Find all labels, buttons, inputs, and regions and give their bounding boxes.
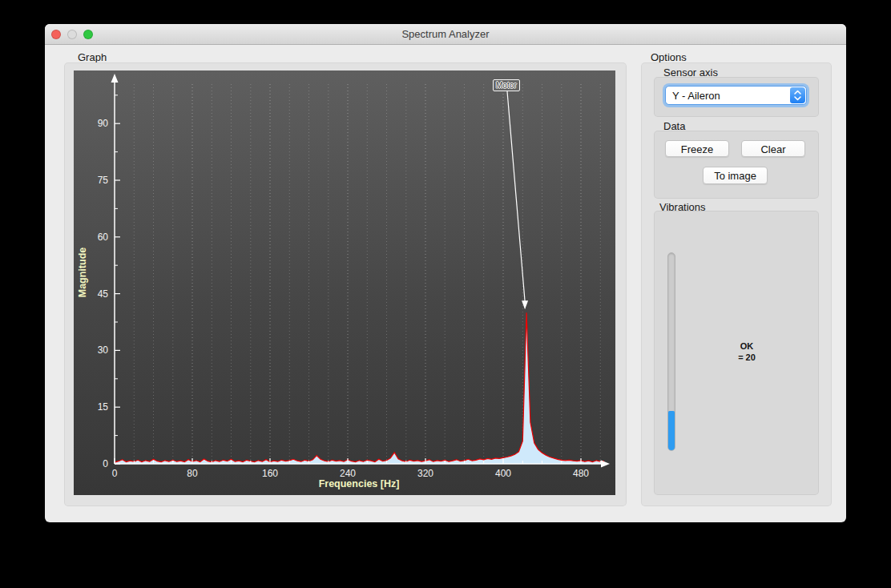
svg-text:90: 90 bbox=[98, 118, 109, 129]
svg-text:15: 15 bbox=[98, 401, 109, 413]
svg-text:75: 75 bbox=[98, 175, 109, 186]
vibration-level-bar[interactable] bbox=[667, 252, 675, 451]
spectrum-chart-svg: 0153045607590080160240320400480Magnitude… bbox=[74, 70, 615, 495]
options-group-label: Options bbox=[651, 51, 687, 63]
freeze-button[interactable]: Freeze bbox=[665, 140, 729, 157]
vibration-level-fill bbox=[668, 411, 675, 450]
window-title: Spectrum Analyzer bbox=[45, 28, 846, 40]
spectrum-plot: 0153045607590080160240320400480Magnitude… bbox=[74, 70, 615, 495]
vibration-status-value: = 20 bbox=[699, 352, 795, 363]
svg-text:80: 80 bbox=[187, 468, 198, 479]
to-image-button[interactable]: To image bbox=[703, 167, 768, 184]
svg-text:160: 160 bbox=[262, 468, 278, 479]
chevron-up-down-icon[interactable] bbox=[790, 87, 805, 103]
svg-text:Frequencies [Hz]: Frequencies [Hz] bbox=[319, 478, 400, 489]
desktop-background: Spectrum Analyzer Graph 0153045607590080… bbox=[0, 0, 891, 588]
svg-text:0: 0 bbox=[103, 458, 108, 469]
svg-text:320: 320 bbox=[417, 468, 433, 479]
svg-text:Magnitude: Magnitude bbox=[77, 248, 88, 298]
spectrum-analyzer-window: Spectrum Analyzer Graph 0153045607590080… bbox=[45, 24, 846, 522]
svg-text:400: 400 bbox=[495, 468, 511, 479]
svg-text:60: 60 bbox=[98, 232, 109, 243]
svg-text:45: 45 bbox=[98, 288, 109, 300]
graph-group-label: Graph bbox=[78, 51, 107, 63]
sensor-axis-select[interactable]: Y - Aileron bbox=[665, 86, 807, 105]
svg-text:30: 30 bbox=[98, 344, 109, 356]
vibration-status-ok: OK bbox=[699, 340, 795, 352]
svg-text:240: 240 bbox=[340, 468, 356, 479]
sensor-axis-selected-value: Y - Aileron bbox=[672, 90, 720, 102]
motor-annotation-label: Motor bbox=[493, 79, 520, 91]
clear-button[interactable]: Clear bbox=[741, 140, 805, 157]
svg-text:0: 0 bbox=[112, 468, 118, 479]
vibration-status-text: OK = 20 bbox=[699, 340, 795, 363]
svg-text:480: 480 bbox=[573, 468, 589, 479]
title-bar[interactable]: Spectrum Analyzer bbox=[45, 24, 846, 45]
